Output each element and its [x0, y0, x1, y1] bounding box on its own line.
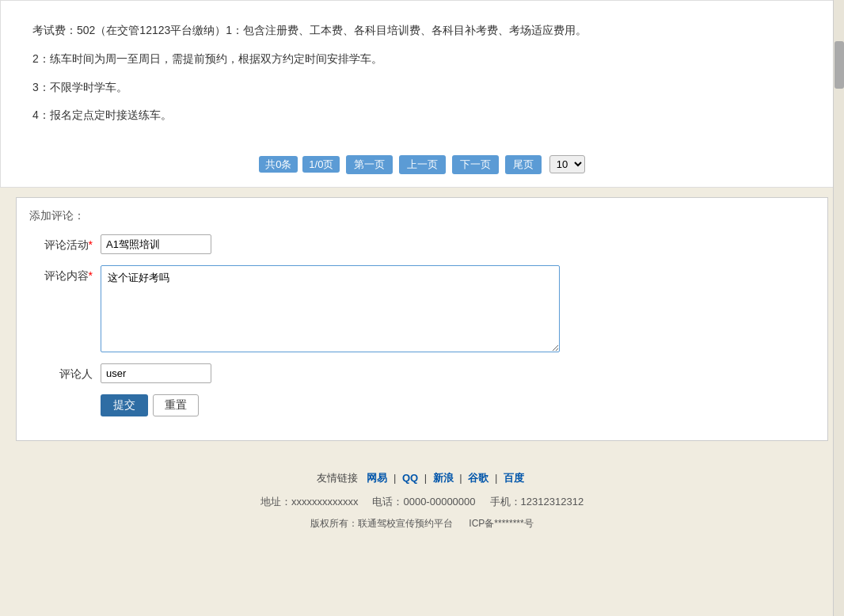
info-item-1: 考试费：502（在交管12123平台缴纳）1：包含注册费、工本费、各科目培训费、… — [32, 21, 812, 40]
pagination-bar: 共0条 1/0页 第一页 上一页 下一页 尾页 10 20 50 — [17, 150, 827, 179]
activity-label: 评论活动* — [29, 234, 101, 253]
info-item-4: 4：报名定点定时接送练车。 — [32, 106, 812, 125]
comment-section-title: 添加评论： — [29, 209, 815, 223]
buttons-row: 提交 重置 — [29, 394, 815, 416]
first-page-button[interactable]: 第一页 — [346, 155, 393, 174]
reset-button[interactable]: 重置 — [153, 394, 199, 416]
page-size-select[interactable]: 10 20 50 — [549, 155, 585, 173]
footer-links: 友情链接 网易 | QQ | 新浪 | 谷歌 | 百度 — [0, 468, 844, 489]
icp-text: ICP备********号 — [469, 518, 533, 529]
page-wrapper: 考试费：502（在交管12123平台缴纳）1：包含注册费、工本费、各科目培训费、… — [0, 0, 844, 616]
scrollbar[interactable] — [833, 0, 844, 616]
content-area: 考试费：502（在交管12123平台缴纳）1：包含注册费、工本费、各科目培训费、… — [0, 0, 844, 188]
activity-row: 评论活动* — [29, 234, 815, 254]
footer-address-label: 地址： — [260, 496, 291, 508]
author-input[interactable] — [101, 363, 211, 383]
copyright-text: 版权所有：联通驾校宣传预约平台 — [310, 518, 453, 529]
footer-address: xxxxxxxxxxxxx — [291, 496, 359, 508]
footer-links-label: 友情链接 — [317, 472, 358, 484]
content-row: 评论内容* 这个证好考吗 — [29, 265, 815, 352]
footer: 友情链接 网易 | QQ | 新浪 | 谷歌 | 百度 地址：xxxxxxxxx… — [0, 454, 844, 541]
author-row: 评论人 — [29, 363, 815, 383]
footer-phone: 0000-00000000 — [403, 496, 475, 508]
info-item-3: 3：不限学时学车。 — [32, 78, 812, 97]
pagination-pages: 1/0页 — [302, 156, 340, 173]
prev-page-button[interactable]: 上一页 — [399, 155, 446, 174]
activity-required-star: * — [89, 238, 93, 251]
submit-button[interactable]: 提交 — [101, 394, 148, 416]
next-page-button[interactable]: 下一页 — [452, 155, 499, 174]
footer-link-baidu[interactable]: 百度 — [504, 472, 524, 484]
footer-phone-label: 电话： — [372, 496, 403, 508]
footer-link-wangyi[interactable]: 网易 — [367, 472, 387, 484]
comment-section: 添加评论： 评论活动* 评论内容* 这个证好考吗 评论人 提交 重置 — [16, 197, 828, 441]
author-label: 评论人 — [29, 363, 101, 382]
activity-input[interactable] — [101, 234, 211, 254]
footer-contact: 地址：xxxxxxxxxxxxx 电话：0000-00000000 手机：123… — [0, 492, 844, 512]
content-textarea[interactable]: 这个证好考吗 — [101, 265, 560, 352]
footer-link-sina[interactable]: 新浪 — [433, 472, 454, 484]
info-item-2: 2：练车时间为周一至周日，需提前预约，根据双方约定时间安排学车。 — [32, 50, 812, 69]
pagination-count: 共0条 — [259, 156, 298, 173]
scrollbar-thumb[interactable] — [834, 41, 844, 89]
footer-mobile: 12312312312 — [521, 496, 584, 508]
footer-link-qq[interactable]: QQ — [402, 472, 418, 484]
content-label: 评论内容* — [29, 265, 101, 283]
last-page-button[interactable]: 尾页 — [505, 155, 542, 174]
footer-copyright: 版权所有：联通驾校宣传预约平台 ICP备********号 — [0, 514, 844, 533]
footer-link-google[interactable]: 谷歌 — [468, 472, 489, 484]
info-list: 考试费：502（在交管12123平台缴纳）1：包含注册费、工本费、各科目培训费、… — [17, 13, 827, 139]
content-required-star: * — [89, 269, 93, 282]
footer-mobile-label: 手机： — [490, 496, 521, 508]
